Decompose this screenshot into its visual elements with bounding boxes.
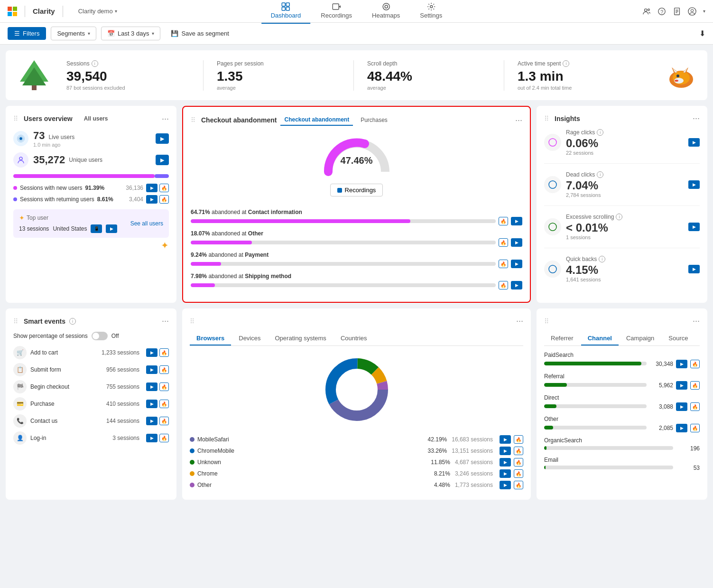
browser-video-btn[interactable]: ▶ xyxy=(500,435,511,444)
abandon-heatmap-btn[interactable]: 🔥 xyxy=(499,238,508,247)
tab-countries[interactable]: Countries xyxy=(334,332,374,345)
help-icon[interactable]: ? xyxy=(657,7,666,16)
abandon-label: 18.07% abandoned at Other xyxy=(191,230,522,237)
event-video-btn[interactable]: ▶ xyxy=(146,348,157,357)
abandon-video-btn[interactable]: ▶ xyxy=(511,281,522,289)
smart-events-info-icon[interactable]: i xyxy=(69,318,76,325)
tab-recordings[interactable]: Recordings xyxy=(311,0,361,24)
abandon-heatmap-btn[interactable]: 🔥 xyxy=(499,260,508,268)
save-segment-button[interactable]: 💾 Save as segment xyxy=(165,27,234,40)
new-session-actions: ▶ 🔥 xyxy=(146,184,169,192)
referrer-card-menu[interactable]: ··· xyxy=(693,316,700,326)
top-user-video-btn[interactable]: ▶ xyxy=(106,224,117,233)
event-video-btn[interactable]: ▶ xyxy=(146,383,157,391)
user-avatar-icon[interactable] xyxy=(688,7,696,16)
insight-video-btn[interactable]: ▶ xyxy=(688,138,700,147)
new-heatmap-btn[interactable]: 🔥 xyxy=(159,184,169,192)
browser-video-btn[interactable]: ▶ xyxy=(500,469,511,478)
unique-video-button[interactable]: ▶ xyxy=(156,155,169,165)
tab-all-users[interactable]: All users xyxy=(80,113,112,124)
ref-video-btn[interactable]: ▶ xyxy=(676,360,687,368)
insight-video-btn[interactable]: ▶ xyxy=(688,265,700,273)
event-video-btn[interactable]: ▶ xyxy=(146,417,157,425)
browser-heatmap-btn[interactable]: 🔥 xyxy=(514,447,523,455)
browser-label: MobileSafari xyxy=(197,436,425,443)
toggle-switch[interactable] xyxy=(92,332,108,340)
tab-settings[interactable]: Settings xyxy=(410,0,452,24)
event-heatmap-btn[interactable]: 🔥 xyxy=(159,434,169,442)
ref-heatmap-btn[interactable]: 🔥 xyxy=(690,424,700,432)
live-video-button[interactable]: ▶ xyxy=(156,133,169,144)
browser-heatmap-btn[interactable]: 🔥 xyxy=(514,481,523,489)
insight-info-icon[interactable]: i xyxy=(599,256,605,262)
ref-heatmap-btn[interactable]: 🔥 xyxy=(690,381,700,390)
tab-checkout[interactable]: Checkout abandonment xyxy=(280,114,353,126)
active-info-icon[interactable]: i xyxy=(563,60,569,67)
checkout-card-menu[interactable]: ··· xyxy=(515,115,522,125)
abandon-video-btn[interactable]: ▶ xyxy=(511,217,522,225)
top-user-card: ✦ Top user 13 sessions United States 📱 ▶… xyxy=(13,209,169,251)
tab-browsers[interactable]: Browsers xyxy=(190,332,231,345)
browsers-tab-list: Browsers Devices Operating systems Count… xyxy=(190,332,523,346)
tab-channel[interactable]: Channel xyxy=(581,332,619,345)
abandon-heatmap-btn[interactable]: 🔥 xyxy=(499,281,508,289)
browsers-card-menu[interactable]: ··· xyxy=(516,316,523,326)
tab-source[interactable]: Source xyxy=(662,332,694,345)
new-video-btn[interactable]: ▶ xyxy=(146,184,157,192)
toggle-row: Show percentage of sessions Off xyxy=(13,332,169,340)
see-all-link[interactable]: See all users xyxy=(130,220,163,227)
event-heatmap-btn[interactable]: 🔥 xyxy=(159,400,169,408)
browser-video-btn[interactable]: ▶ xyxy=(500,458,511,467)
tab-purchases[interactable]: Purchases xyxy=(357,115,391,125)
tab-dashboard[interactable]: Dashboard xyxy=(261,0,311,24)
segment-button[interactable]: Segments ▾ xyxy=(51,27,96,40)
insight-info-icon[interactable]: i xyxy=(597,129,603,136)
event-heatmap-btn[interactable]: 🔥 xyxy=(159,365,169,374)
insight-text: Dead clicks i 7.04% 2,784 sessions xyxy=(566,171,603,198)
ref-heatmap-btn[interactable]: 🔥 xyxy=(690,402,700,411)
event-heatmap-btn[interactable]: 🔥 xyxy=(159,348,169,357)
date-button[interactable]: 📅 Last 3 days ▾ xyxy=(101,27,161,40)
abandon-heatmap-btn[interactable]: 🔥 xyxy=(499,217,508,225)
browser-heatmap-btn[interactable]: 🔥 xyxy=(514,458,523,467)
insight-video-btn[interactable]: ▶ xyxy=(688,180,700,189)
tab-referrer[interactable]: Referrer xyxy=(544,332,580,345)
svg-point-11 xyxy=(385,5,388,8)
checkout-recordings-button[interactable]: Recordings xyxy=(330,184,383,196)
event-video-btn[interactable]: ▶ xyxy=(146,434,157,442)
tab-heatmaps[interactable]: Heatmaps xyxy=(362,0,409,24)
event-heatmap-btn[interactable]: 🔥 xyxy=(159,417,169,425)
browser-video-btn[interactable]: ▶ xyxy=(500,447,511,455)
ref-video-btn[interactable]: ▶ xyxy=(676,424,687,432)
top-user-device-btn[interactable]: 📱 xyxy=(91,224,102,233)
smart-events-menu[interactable]: ··· xyxy=(162,316,169,326)
abandon-video-btn[interactable]: ▶ xyxy=(511,238,522,247)
document-icon[interactable] xyxy=(673,7,681,16)
ref-video-btn[interactable]: ▶ xyxy=(676,381,687,390)
browser-heatmap-btn[interactable]: 🔥 xyxy=(514,435,523,444)
browser-video-btn[interactable]: ▶ xyxy=(500,481,511,489)
user-chevron-icon[interactable]: ▾ xyxy=(703,9,705,14)
event-video-btn[interactable]: ▶ xyxy=(146,400,157,408)
returning-heatmap-btn[interactable]: 🔥 xyxy=(159,195,169,204)
event-heatmap-btn[interactable]: 🔥 xyxy=(159,383,169,391)
returning-video-btn[interactable]: ▶ xyxy=(146,195,157,204)
tab-os[interactable]: Operating systems xyxy=(269,332,333,345)
insight-info-icon[interactable]: i xyxy=(616,214,622,220)
people-icon[interactable] xyxy=(642,7,651,16)
ref-heatmap-btn[interactable]: 🔥 xyxy=(690,360,700,368)
tab-devices[interactable]: Devices xyxy=(232,332,267,345)
download-icon[interactable]: ⬇ xyxy=(699,29,705,37)
filter-button[interactable]: ☰ Filters xyxy=(8,27,46,40)
sessions-info-icon[interactable]: i xyxy=(92,60,98,67)
ref-video-btn[interactable]: ▶ xyxy=(676,402,687,411)
event-video-btn[interactable]: ▶ xyxy=(146,365,157,374)
insight-info-icon[interactable]: i xyxy=(597,171,603,178)
project-selector[interactable]: Clarity demo ▾ xyxy=(78,8,117,15)
tab-campaign[interactable]: Campaign xyxy=(620,332,661,345)
users-card-menu[interactable]: ··· xyxy=(162,114,169,124)
insights-card-menu[interactable]: ··· xyxy=(693,113,700,123)
insight-video-btn[interactable]: ▶ xyxy=(688,223,700,231)
abandon-video-btn[interactable]: ▶ xyxy=(511,260,522,268)
browser-heatmap-btn[interactable]: 🔥 xyxy=(514,469,523,478)
